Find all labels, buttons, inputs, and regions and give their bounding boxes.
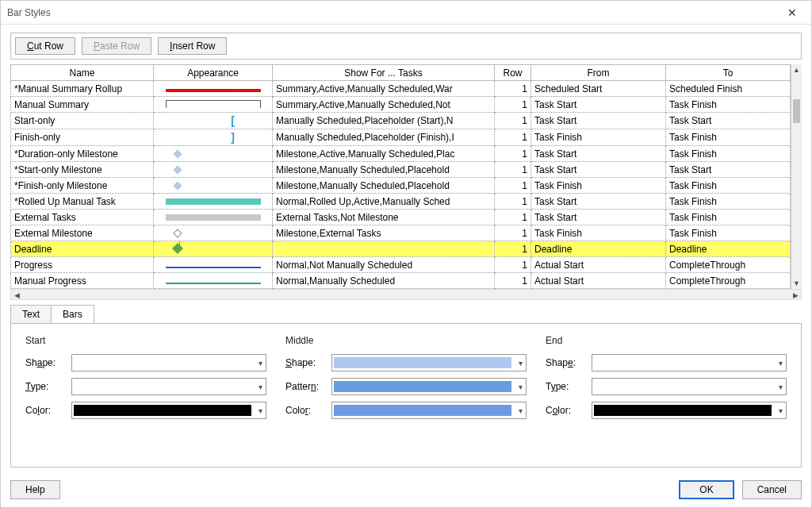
cell-to[interactable]: Task Finish	[666, 129, 791, 146]
middle-pattern-select[interactable]	[331, 378, 527, 395]
cell-appearance[interactable]	[154, 146, 273, 162]
cell-to[interactable]: Task Finish	[666, 194, 791, 210]
cell-appearance[interactable]: ]	[154, 129, 273, 146]
cell-show[interactable]: Manually Scheduled,Placeholder (Finish),…	[273, 129, 495, 146]
bar-styles-table[interactable]: Name Appearance Show For ... Tasks Row F…	[10, 64, 791, 289]
cell-to[interactable]: Task Finish	[666, 225, 791, 241]
cell-from[interactable]: Task Start	[531, 146, 666, 162]
cell-show[interactable]: Summary,Active,Manually Scheduled,War	[273, 81, 495, 97]
cell-name[interactable]: Start-only	[11, 113, 154, 129]
cell-from[interactable]: Deadline	[531, 241, 666, 257]
cell-show[interactable]: Manually Scheduled,Placeholder (Start),N	[273, 113, 495, 129]
cell-show[interactable]: Milestone,Active,Manually Scheduled,Plac	[273, 146, 495, 162]
cell-show[interactable]: Milestone,Manually Scheduled,Placehold	[273, 178, 495, 194]
scroll-up-icon[interactable]: ▲	[791, 64, 802, 75]
table-row[interactable]: Finish-only]Manually Scheduled,Placehold…	[11, 129, 791, 146]
cell-from[interactable]: Scheduled Start	[531, 81, 666, 97]
start-type-select[interactable]	[71, 378, 266, 395]
middle-color-select[interactable]	[331, 402, 527, 419]
table-row[interactable]: *Rolled Up Manual TaskNormal,Rolled Up,A…	[11, 194, 791, 210]
cell-name[interactable]: Manual Summary	[11, 97, 154, 113]
cell-show[interactable]: Normal,Not Manually Scheduled	[273, 257, 495, 273]
table-row[interactable]: Manual ProgressNormal,Manually Scheduled…	[11, 273, 791, 289]
cell-appearance[interactable]	[154, 273, 273, 289]
cell-name[interactable]: External Milestone	[11, 225, 154, 241]
cell-appearance[interactable]	[154, 194, 273, 210]
cell-row[interactable]: 1	[495, 97, 531, 113]
cell-from[interactable]: Actual Start	[531, 273, 666, 289]
cell-row[interactable]: 1	[495, 129, 531, 146]
table-row[interactable]: *Start-only MilestoneMilestone,Manually …	[11, 162, 791, 178]
cell-name[interactable]: Progress	[11, 257, 154, 273]
cell-to[interactable]: Task Start	[666, 113, 791, 129]
cell-row[interactable]: 1	[495, 257, 531, 273]
table-row[interactable]: Start-only[Manually Scheduled,Placeholde…	[11, 113, 791, 129]
cell-show[interactable]	[273, 241, 495, 257]
cell-from[interactable]: Task Start	[531, 210, 666, 225]
cell-name[interactable]: Finish-only	[11, 129, 154, 146]
cell-show[interactable]: Summary,Active,Manually Scheduled,Not	[273, 97, 495, 113]
cell-appearance[interactable]	[154, 162, 273, 178]
tab-bars[interactable]: Bars	[51, 305, 94, 324]
scroll-right-icon[interactable]: ▶	[790, 290, 801, 301]
cell-name[interactable]: *Finish-only Milestone	[11, 178, 154, 194]
cell-show[interactable]: Milestone,External Tasks	[273, 225, 495, 241]
scroll-thumb[interactable]	[793, 99, 800, 123]
cell-row[interactable]: 1	[495, 273, 531, 289]
tab-text[interactable]: Text	[10, 305, 52, 324]
col-to[interactable]: To	[666, 65, 791, 81]
cell-from[interactable]: Task Finish	[531, 129, 666, 146]
table-row[interactable]: External TasksExternal Tasks,Not Milesto…	[11, 210, 791, 225]
cell-appearance[interactable]	[154, 210, 273, 225]
col-appearance[interactable]: Appearance	[154, 65, 273, 81]
close-icon[interactable]: ✕	[779, 3, 805, 22]
col-from[interactable]: From	[531, 65, 666, 81]
end-type-select[interactable]	[592, 378, 787, 395]
cell-name[interactable]: Manual Progress	[11, 273, 154, 289]
cell-show[interactable]: Normal,Manually Scheduled	[273, 273, 495, 289]
cell-row[interactable]: 1	[495, 178, 531, 194]
cell-name[interactable]: *Start-only Milestone	[11, 162, 154, 178]
cell-to[interactable]: Scheduled Finish	[666, 81, 791, 97]
middle-shape-select[interactable]	[331, 354, 527, 371]
scroll-down-icon[interactable]: ▼	[791, 278, 802, 289]
cell-to[interactable]: CompleteThrough	[666, 257, 791, 273]
cell-from[interactable]: Task Finish	[531, 178, 666, 194]
insert-row-button[interactable]: Insert Row	[158, 37, 227, 55]
cell-row[interactable]: 1	[495, 146, 531, 162]
table-row[interactable]: Deadline1DeadlineDeadline	[11, 241, 791, 257]
cell-to[interactable]: Task Start	[666, 162, 791, 178]
start-shape-select[interactable]	[71, 354, 266, 371]
horizontal-scrollbar[interactable]: ◀ ▶	[10, 289, 802, 300]
cell-appearance[interactable]: [	[154, 113, 273, 129]
vertical-scrollbar[interactable]: ▲ ▼	[791, 64, 802, 289]
table-row[interactable]: External MilestoneMilestone,External Tas…	[11, 225, 791, 241]
table-row[interactable]: Manual SummarySummary,Active,Manually Sc…	[11, 97, 791, 113]
cell-appearance[interactable]	[154, 257, 273, 273]
cell-appearance[interactable]	[154, 97, 273, 113]
cell-row[interactable]: 1	[495, 162, 531, 178]
cell-from[interactable]: Task Start	[531, 162, 666, 178]
cell-row[interactable]: 1	[495, 81, 531, 97]
table-row[interactable]: ProgressNormal,Not Manually Scheduled1Ac…	[11, 257, 791, 273]
cell-row[interactable]: 1	[495, 241, 531, 257]
scroll-left-icon[interactable]: ◀	[11, 290, 22, 301]
cell-name[interactable]: *Manual Summary Rollup	[11, 81, 154, 97]
cell-from[interactable]: Task Start	[531, 194, 666, 210]
cell-to[interactable]: Task Finish	[666, 178, 791, 194]
cut-row-button[interactable]: Cut Row	[15, 37, 75, 55]
cell-appearance[interactable]	[154, 225, 273, 241]
cell-row[interactable]: 1	[495, 194, 531, 210]
ok-button[interactable]: OK	[679, 480, 733, 499]
cell-from[interactable]: Task Finish	[531, 225, 666, 241]
cell-name[interactable]: *Duration-only Milestone	[11, 146, 154, 162]
cell-appearance[interactable]	[154, 81, 273, 97]
col-name[interactable]: Name	[11, 65, 154, 81]
cell-to[interactable]: Task Finish	[666, 146, 791, 162]
cell-to[interactable]: CompleteThrough	[666, 273, 791, 289]
cell-appearance[interactable]	[154, 241, 273, 257]
cell-name[interactable]: External Tasks	[11, 210, 154, 225]
cell-to[interactable]: Task Finish	[666, 210, 791, 225]
end-shape-select[interactable]	[592, 354, 787, 371]
start-color-select[interactable]	[71, 402, 266, 419]
